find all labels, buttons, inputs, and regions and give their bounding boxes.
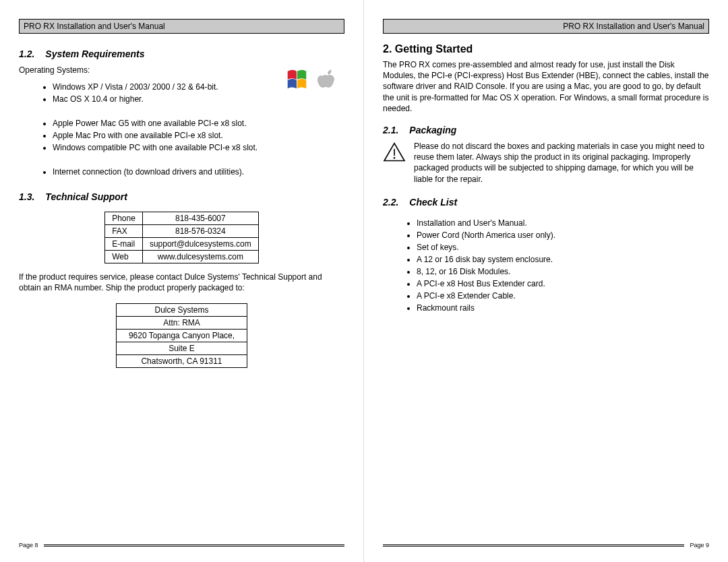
os-list-2: Apple Power Mac G5 with one available PC… [19,117,344,154]
cell: 9620 Topanga Canyon Place, [116,329,247,342]
table-row: E-mailsupport@dulcesystems.com [105,238,259,251]
list-item: Set of keys. [417,241,709,253]
os-list-3: Internet connection (to download drivers… [19,166,344,178]
heading-1-3-title: Technical Support [45,191,127,202]
page-number: Page 8 [19,542,38,549]
cell: support@dulcesystems.com [142,238,258,251]
packaging-text: Please do not discard the boxes and pack… [414,141,709,185]
table-row: Dulce Systems [116,303,247,316]
heading-1-3: 1.3.Technical Support [19,191,344,202]
footer-right: Page 9 [383,542,709,549]
list-item: Windows compatible PC with one available… [53,142,344,154]
cell: 818-576-0324 [142,225,258,238]
cell: Suite E [116,342,247,354]
table-row: Suite E [116,342,247,354]
table-row: Phone818-435-6007 [105,212,259,225]
cell: FAX [105,225,143,238]
list-item: A 12 or 16 disk bay system enclosure. [417,253,709,266]
heading-2-2-title: Check List [409,197,457,208]
table-row: Chatsworth, CA 91311 [116,354,247,367]
table-row: FAX818-576-0324 [105,225,259,238]
rma-text: If the product requires service, please … [19,272,344,293]
list-item: Mac OS X 10.4 or higher. [53,93,284,105]
table-row: Attn: RMA [116,316,247,329]
list-item: Apple Power Mac G5 with one available PC… [53,117,344,129]
packaging-block: Please do not discard the boxes and pack… [383,141,709,185]
os-icons [284,65,344,95]
os-list-1: Windows XP / Vista / 2003/ 2000 / 32 & 6… [19,81,284,105]
footer-left: Page 8 [19,542,344,549]
cell: Attn: RMA [116,316,247,329]
list-item: 8, 12, or 16 Disk Modules. [417,266,709,278]
cell: Phone [105,212,143,225]
list-item: A PCI-e x8 Host Bus Extender card. [417,278,709,290]
footer-rule [44,544,344,547]
support-table: Phone818-435-6007 FAX818-576-0324 E-mail… [104,212,259,263]
page-right: PRO RX Installation and User's Manual 2.… [364,0,728,562]
heading-2-1-num: 2.1. [383,125,398,135]
check-list: Installation and User's Manual. Power Co… [383,217,709,314]
footer-rule [383,544,684,547]
table-row: Webwww.dulcesystems.com [105,251,259,263]
heading-2-2-num: 2.2. [383,197,398,208]
list-item: Windows XP / Vista / 2003/ 2000 / 32 & 6… [53,81,284,93]
list-item: A PCI-e x8 Extender Cable. [417,290,709,302]
cell: E-mail [105,238,143,251]
list-item: Installation and User's Manual. [417,217,709,229]
page-number: Page 9 [690,542,709,549]
os-label: Operating Systems: [19,65,284,75]
apple-logo-icon [315,67,340,95]
heading-2-2: 2.2.Check List [383,197,709,208]
heading-1-2-title: System Requirements [45,49,144,59]
heading-2: 2. Getting Started [383,43,709,55]
header-bar-right: PRO RX Installation and User's Manual [383,19,709,34]
warning-icon [383,141,406,162]
table-row: 9620 Topanga Canyon Place, [116,329,247,342]
heading-1-2-num: 1.2. [19,49,34,59]
intro-text: The PRO RX comes pre-assembled and almos… [383,59,709,114]
list-item: Rackmount rails [417,302,709,314]
heading-1-3-num: 1.3. [19,191,34,202]
list-item: Power Cord (North America user only). [417,229,709,241]
address-table: Dulce Systems Attn: RMA 9620 Topanga Can… [116,303,247,368]
svg-point-1 [394,157,396,159]
cell: Web [105,251,143,263]
list-item: Internet connection (to download drivers… [53,166,344,178]
header-bar-left: PRO RX Installation and User's Manual [19,19,344,34]
heading-2-1: 2.1.Packaging [383,125,709,135]
cell: Dulce Systems [116,303,247,316]
cell: Chatsworth, CA 91311 [116,354,247,367]
heading-1-2: 1.2.System Requirements [19,49,344,59]
list-item: Apple Mac Pro with one available PCI-e x… [53,129,344,142]
page-left: PRO RX Installation and User's Manual 1.… [0,0,364,562]
cell: 818-435-6007 [142,212,258,225]
cell: www.dulcesystems.com [142,251,258,263]
windows-logo-icon [284,67,309,95]
heading-2-1-title: Packaging [409,125,456,135]
